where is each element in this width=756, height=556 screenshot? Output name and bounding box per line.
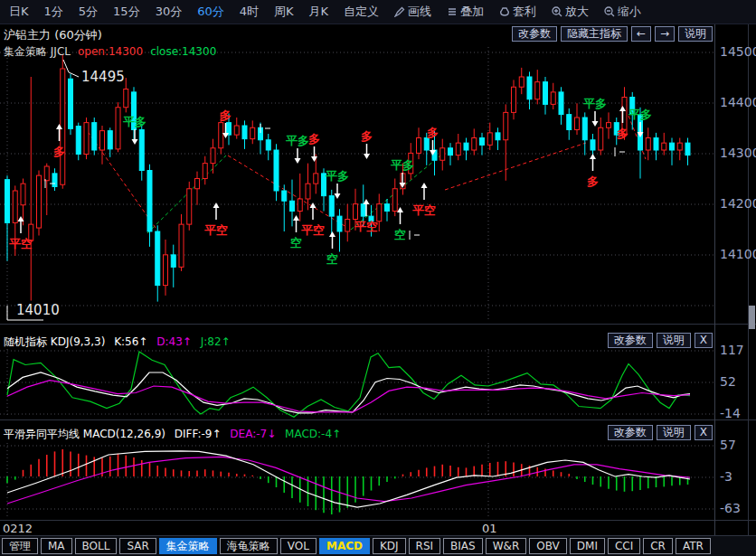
main-header-button-4[interactable]: 说明 [678, 26, 713, 42]
candle-body [84, 123, 89, 155]
scrollbar-thumb[interactable] [749, 306, 755, 329]
bottom-tab-0[interactable]: 管理 [2, 538, 38, 554]
macd-button-2[interactable]: X [695, 425, 713, 440]
candle-body [211, 148, 215, 164]
main-header-button-3[interactable]: → [655, 26, 675, 42]
candle-body [519, 77, 524, 87]
main-header-button-0[interactable]: 改参数 [512, 26, 557, 42]
kdj-button-0[interactable]: 改参数 [608, 333, 653, 348]
signal-label-平多: 平多 [628, 108, 652, 121]
toolbar-item-label: 15分 [113, 4, 140, 20]
toolbar-item-1[interactable]: 1分 [44, 4, 63, 20]
toolbar-item-9[interactable]: 自定义 [344, 4, 379, 20]
toolbar-item-13[interactable]: 放大 [552, 4, 589, 20]
toolbar-item-12[interactable]: 套利 [499, 4, 536, 20]
bottom-tab-8[interactable]: KDJ [373, 538, 406, 554]
signal-label-多: 多 [53, 145, 65, 158]
signal-label-平多: 平多 [123, 115, 146, 128]
macd-dea-value: DEA:-7↓ [230, 428, 276, 440]
kdj-axis-label-2: -14 [720, 406, 741, 420]
kdj-button-1[interactable]: 说明 [657, 333, 691, 348]
toolbar-item-6[interactable]: 4时 [240, 4, 259, 20]
zoom-in-icon [552, 6, 562, 17]
bottom-tab-16[interactable]: ATR [676, 538, 711, 554]
toolbar-item-label: 自定义 [344, 4, 379, 20]
bottom-tab-15[interactable]: CR [643, 538, 673, 554]
toolbar-item-5[interactable]: 60分 [197, 4, 224, 20]
candle-body [250, 127, 255, 138]
bottom-tab-3[interactable]: SAR [119, 538, 156, 554]
main-header-button-1[interactable]: 隐藏主指标 [561, 26, 628, 42]
candle-body [44, 166, 49, 181]
kdj-button-2[interactable]: X [695, 333, 713, 348]
candle-body [456, 143, 460, 155]
toolbar-item-label: 日K [9, 4, 29, 20]
bottom-tab-4[interactable]: 集金策略 [159, 538, 217, 554]
macd-button-1[interactable]: 说明 [657, 425, 691, 440]
candle-body [337, 216, 342, 231]
macd-button-0[interactable]: 改参数 [608, 425, 653, 440]
kdj-axis-label-0: 117 [720, 343, 744, 357]
toolbar-item-10[interactable]: 画线 [394, 4, 431, 20]
candle-body [385, 204, 390, 212]
bottom-tab-11[interactable]: W&R [486, 538, 527, 554]
bottom-tab-1[interactable]: MA [41, 538, 72, 554]
main-header-button-2[interactable]: ← [631, 26, 651, 42]
open-value: open:14300 [78, 45, 143, 58]
candle-body [108, 131, 112, 149]
moneybag-icon [499, 6, 510, 17]
bottom-tab-10[interactable]: BIAS [443, 538, 483, 554]
signal-label-平空: 平空 [412, 203, 436, 217]
signal-label-多: 多 [587, 174, 599, 188]
bottom-tab-12[interactable]: OBV [529, 538, 567, 554]
candle-body [551, 92, 555, 105]
toolbar-item-label: 1分 [44, 4, 63, 20]
signal-label-平多: 平多 [286, 134, 309, 147]
kdj-j-value: J:82↑ [201, 335, 231, 348]
main-chart[interactable]: 1449514010平多多平多多平多多平多多平多平多平空多平空空平空空平空空平空… [0, 0, 756, 556]
candle-body [242, 126, 247, 139]
toolbar-item-7[interactable]: 周K [274, 4, 294, 20]
price-axis-label-4: 14100 [720, 247, 756, 261]
candle-body [535, 82, 540, 99]
candle-body [164, 255, 168, 286]
price-axis-label-1: 14400 [720, 95, 756, 109]
toolbar-item-label: 画线 [408, 4, 431, 20]
candle-body [567, 115, 572, 130]
candle-body [512, 87, 516, 112]
price-axis-label-2: 14300 [720, 146, 756, 160]
candle-body [61, 69, 65, 184]
candle-body [187, 189, 192, 224]
bottom-tab-5[interactable]: 海龟策略 [220, 538, 278, 554]
candle-body [559, 92, 563, 115]
toolbar-item-3[interactable]: 15分 [113, 4, 140, 20]
candle-body [203, 164, 207, 179]
candle-body [76, 127, 80, 155]
toolbar-item-14[interactable]: 缩小 [604, 4, 641, 20]
signal-label-多: 多 [308, 132, 320, 146]
macd-panel-buttons: 改参数说明X [608, 425, 713, 440]
top-toolbar: 日K1分5分15分30分60分4时周K月K自定义画线叠加套利放大缩小 [0, 0, 756, 24]
candle-body [329, 196, 334, 217]
bottom-tab-6[interactable]: VOL [280, 538, 317, 554]
toolbar-item-8[interactable]: 月K [309, 4, 329, 20]
bottom-tab-2[interactable]: BOLL [75, 538, 118, 554]
candle-body [156, 231, 160, 286]
candle-body [480, 138, 485, 146]
macd-axis-label-0: 57 [720, 438, 736, 452]
bottom-tab-9[interactable]: RSI [409, 538, 441, 554]
candle-body [234, 126, 239, 135]
toolbar-item-4[interactable]: 30分 [156, 4, 183, 20]
price-axis-label-3: 14200 [720, 196, 756, 211]
toolbar-item-label: 叠加 [460, 4, 484, 20]
candle-body [21, 184, 25, 205]
bottom-tab-14[interactable]: CCI [608, 538, 640, 554]
bottom-tab-13[interactable]: DMI [570, 538, 605, 554]
toolbar-item-2[interactable]: 5分 [79, 4, 98, 20]
candle-body [575, 118, 580, 130]
toolbar-item-11[interactable]: 叠加 [447, 4, 484, 20]
bottom-tab-7[interactable]: MACD [319, 538, 370, 554]
signal-label-多: 多 [427, 126, 439, 139]
candle-body [377, 204, 382, 221]
toolbar-item-0[interactable]: 日K [9, 4, 29, 20]
